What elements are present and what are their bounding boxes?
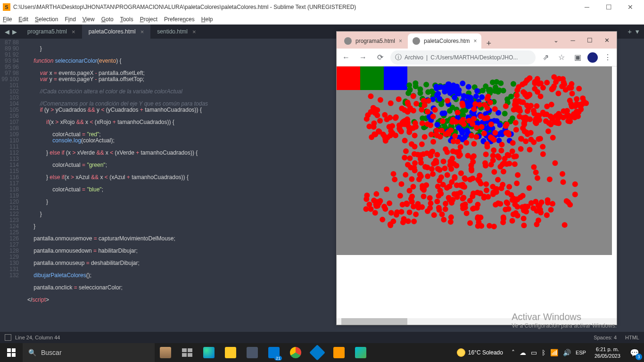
taskview-button[interactable] — [176, 343, 198, 362]
svg-point-565 — [452, 175, 458, 181]
menu-view[interactable]: View — [83, 16, 95, 23]
back-button[interactable]: ← — [339, 51, 353, 64]
line-gutter: 87 88 89 90 91 92 93 94 95 96 97 98 99 1… — [0, 39, 23, 333]
taskbar-sublime[interactable] — [328, 343, 350, 362]
menu-help[interactable]: Help — [201, 16, 213, 23]
svg-point-556 — [409, 141, 414, 147]
forward-button[interactable]: → — [356, 51, 370, 64]
svg-point-678 — [527, 147, 532, 153]
menu-goto[interactable]: Goto — [101, 16, 114, 23]
svg-point-714 — [429, 166, 435, 172]
chevron-down-icon[interactable]: ⌄ — [549, 34, 563, 46]
svg-point-675 — [540, 144, 545, 149]
indent-setting[interactable]: Spaces: 4 — [594, 335, 617, 340]
tab-programa5[interactable]: programa5.html × — [21, 25, 82, 39]
taskbar-edge[interactable] — [198, 343, 220, 362]
browser-tab-programa5[interactable]: programa5.html × — [339, 33, 407, 49]
browser-close-button[interactable]: ✕ — [600, 34, 614, 46]
chevron-up-icon[interactable]: ˄ — [512, 349, 515, 356]
reload-button[interactable]: ⟳ — [373, 51, 387, 64]
svg-point-845 — [513, 102, 519, 107]
meet-now-icon[interactable]: ▭ — [531, 349, 537, 356]
svg-point-461 — [411, 219, 417, 224]
tab-next-icon[interactable]: ▶ — [12, 28, 17, 35]
tab-paletacolores[interactable]: paletaColores.html × — [82, 25, 151, 39]
taskbar-photos[interactable] — [350, 343, 372, 362]
svg-point-665 — [523, 209, 529, 214]
taskbar-search[interactable]: 🔍 Buscar — [23, 343, 155, 362]
minimize-button[interactable]: ─ — [576, 0, 598, 14]
svg-point-153 — [434, 122, 440, 127]
svg-point-608 — [422, 134, 428, 140]
tab-sentido[interactable]: sentido.html × — [150, 25, 202, 39]
close-icon[interactable]: × — [140, 28, 144, 35]
weather-widget[interactable]: 16°C Soleado — [452, 348, 508, 357]
horizontal-scrollbar[interactable] — [337, 318, 617, 325]
svg-point-833 — [565, 118, 571, 124]
close-icon[interactable]: × — [399, 38, 402, 44]
menu-preferences[interactable]: Preferences — [164, 16, 195, 23]
maximize-button[interactable]: ☐ — [598, 0, 619, 14]
sidepanel-icon[interactable]: ▣ — [571, 51, 584, 64]
svg-point-519 — [528, 130, 534, 136]
svg-point-232 — [452, 95, 457, 100]
clock[interactable]: 6:21 p. m. 26/05/2023 — [590, 346, 625, 359]
volume-icon[interactable]: 🔊 — [563, 349, 571, 356]
scrollbar-thumb[interactable] — [341, 318, 407, 325]
tab-prev-icon[interactable]: ◀ — [5, 28, 9, 35]
tab-menu-icon[interactable]: ▾ — [636, 27, 639, 36]
notifications-button[interactable]: 💬 3 — [625, 343, 644, 362]
drawing-canvas[interactable] — [337, 66, 612, 255]
menu-icon[interactable]: ⋮ — [602, 51, 614, 64]
browser-minimize-button[interactable]: ─ — [566, 34, 580, 46]
syntax-setting[interactable]: HTML — [625, 335, 639, 340]
svg-point-530 — [460, 183, 466, 189]
close-icon[interactable]: × — [192, 28, 196, 35]
menu-tools[interactable]: Tools — [120, 16, 133, 23]
svg-point-656 — [510, 197, 515, 203]
svg-point-259 — [454, 83, 460, 89]
taskbar-vscode[interactable] — [306, 343, 328, 362]
menu-edit[interactable]: Edit — [18, 16, 28, 23]
bluetooth-icon[interactable]: ᛒ — [542, 349, 545, 356]
cortana-icon[interactable] — [155, 343, 176, 362]
info-icon[interactable]: ⓘ — [395, 53, 402, 62]
svg-point-169 — [473, 93, 479, 99]
address-bar[interactable]: ⓘ Archivo | C:/Users/MARTHA/Desktop/JHO.… — [390, 50, 536, 65]
window-title: C:\Users\MARTHA\Desktop\JHONATAN\PROGRAM… — [13, 4, 576, 10]
menu-find[interactable]: Find — [65, 16, 75, 23]
share-icon[interactable]: ⇗ — [539, 51, 552, 64]
svg-point-439 — [473, 134, 479, 140]
svg-point-851 — [532, 81, 537, 86]
onedrive-icon[interactable]: ☁ — [520, 349, 526, 356]
svg-point-545 — [363, 206, 369, 212]
menu-selection[interactable]: Selection — [35, 16, 58, 23]
browser-maximize-button[interactable]: ☐ — [583, 34, 597, 46]
profile-icon[interactable] — [587, 52, 598, 63]
svg-point-435 — [485, 115, 490, 121]
clock-time: 6:21 p. m. — [594, 346, 620, 353]
svg-point-607 — [421, 151, 426, 157]
panel-icon[interactable] — [5, 334, 11, 341]
svg-point-349 — [550, 201, 555, 206]
svg-point-704 — [383, 138, 388, 144]
taskbar-mail[interactable]: 21 — [263, 343, 285, 362]
svg-point-626 — [413, 101, 419, 107]
svg-point-124 — [501, 88, 506, 93]
close-icon[interactable]: × — [473, 38, 477, 44]
taskbar-store[interactable] — [241, 343, 263, 362]
taskbar-explorer[interactable] — [220, 343, 241, 362]
system-tray[interactable]: ˄ ☁ ▭ ᛒ 📶 🔊 ESP — [508, 349, 590, 356]
star-icon[interactable]: ☆ — [555, 51, 568, 64]
wifi-icon[interactable]: 📶 — [550, 349, 558, 356]
close-icon[interactable]: × — [72, 28, 75, 35]
new-tab-button[interactable]: + — [482, 39, 495, 49]
menu-file[interactable]: File — [3, 16, 12, 23]
new-tab-icon[interactable]: + — [627, 27, 632, 36]
keyboard-lang[interactable]: ESP — [576, 350, 586, 355]
start-button[interactable] — [0, 343, 23, 362]
taskbar-chrome[interactable] — [285, 343, 306, 362]
close-button[interactable]: ✕ — [619, 0, 641, 14]
menu-project[interactable]: Project — [140, 16, 157, 23]
browser-tab-paletacolores[interactable]: paletaColores.htm × — [408, 33, 481, 49]
